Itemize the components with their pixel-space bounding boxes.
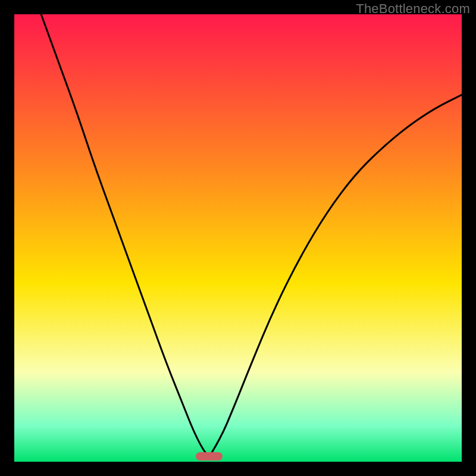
chart-frame xyxy=(14,14,462,462)
bottleneck-chart xyxy=(14,14,462,462)
minimum-marker xyxy=(196,452,223,461)
